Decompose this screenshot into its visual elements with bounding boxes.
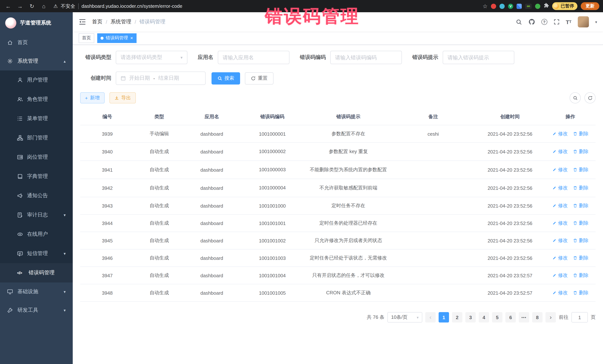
- bookmark-star-icon[interactable]: ☆: [483, 3, 487, 10]
- delete-link[interactable]: 删除: [573, 237, 589, 244]
- cell-id: 3943: [80, 197, 134, 215]
- fullscreen-icon[interactable]: [554, 19, 559, 25]
- edit-link[interactable]: 修改: [552, 237, 568, 244]
- export-button[interactable]: 导出: [109, 92, 136, 103]
- page-button-1[interactable]: 1: [439, 312, 449, 323]
- search-icon[interactable]: [516, 19, 522, 25]
- sidebar-item-audit-logs[interactable]: 审计日志 ▾: [0, 205, 73, 225]
- refresh-table-button[interactable]: [584, 92, 596, 103]
- start-date-placeholder: 开始日期: [129, 75, 150, 82]
- delete-link[interactable]: 删除: [573, 131, 589, 137]
- user-avatar[interactable]: [578, 16, 589, 27]
- delete-link[interactable]: 删除: [573, 290, 589, 296]
- tab-home[interactable]: 首页: [79, 33, 94, 43]
- delete-link[interactable]: 删除: [573, 203, 589, 209]
- browser-update-button[interactable]: 更新: [581, 2, 599, 10]
- cell-code: 1001000004: [240, 179, 305, 197]
- toggle-search-button[interactable]: [570, 92, 581, 103]
- sidebar-item-menus[interactable]: 菜单管理: [0, 109, 73, 128]
- sidebar-logo[interactable]: 芋道管理系统: [0, 12, 73, 33]
- app-name-input[interactable]: [218, 51, 290, 64]
- extension-icon-on-badge[interactable]: on: [525, 3, 532, 9]
- table-row: 3942 自动生成 dashboard 1001000004 不允许获取敏感配置…: [80, 179, 596, 197]
- delete-link[interactable]: 删除: [573, 220, 589, 227]
- font-size-icon[interactable]: TT: [566, 19, 571, 25]
- sidebar-item-dictionary[interactable]: 字典管理: [0, 167, 73, 186]
- date-range-picker[interactable]: 开始日期 - 结束日期: [116, 72, 206, 85]
- sidebar-item-posts[interactable]: 岗位管理: [0, 147, 73, 167]
- sidebar-item-sms[interactable]: 短信管理 ▾: [0, 244, 73, 263]
- sidebar-group-infrastructure[interactable]: 基础设施 ▾: [0, 282, 73, 301]
- address-bar[interactable]: ⚠ 不安全 dashboard.yudao.iocoder.cn/system/…: [51, 3, 480, 10]
- edit-link[interactable]: 修改: [552, 131, 568, 137]
- extensions-puzzle-icon[interactable]: [544, 3, 549, 9]
- extension-icon-red[interactable]: [491, 3, 496, 9]
- search-button[interactable]: 搜索: [211, 72, 240, 84]
- cell-hint: CRON 表达式不正确: [305, 284, 392, 302]
- delete-link[interactable]: 删除: [573, 255, 589, 262]
- github-icon[interactable]: [528, 19, 535, 25]
- browser-back-button[interactable]: ←: [4, 2, 13, 11]
- url-text[interactable]: dashboard.yudao.iocoder.cn/system/error-…: [81, 3, 182, 9]
- sidebar-item-home[interactable]: 首页: [0, 33, 73, 52]
- id-card-icon: [17, 154, 23, 160]
- error-code-input[interactable]: [330, 51, 402, 64]
- delete-link[interactable]: 删除: [573, 166, 589, 173]
- sidebar-item-roles[interactable]: 角色管理: [0, 90, 73, 109]
- filter-row-1: 错误码类型 请选择错误码类型 ▾ 应用名 错误码编码 错误码提示: [80, 51, 596, 64]
- error-hint-input[interactable]: [443, 51, 514, 64]
- sidebar-item-online-users[interactable]: 在线用户: [0, 225, 73, 244]
- extension-icon-green-leaf[interactable]: [535, 3, 540, 9]
- edit-link[interactable]: 修改: [552, 220, 568, 227]
- breadcrumb-current: 错误码管理: [139, 19, 165, 25]
- browser-forward-button[interactable]: →: [16, 2, 24, 11]
- edit-link[interactable]: 修改: [552, 272, 568, 279]
- page-button-2[interactable]: 2: [452, 312, 462, 323]
- home-icon: [7, 40, 13, 46]
- browser-reload-button[interactable]: ↻: [27, 2, 36, 11]
- page-button-8[interactable]: 8: [532, 312, 543, 323]
- more-pages-button[interactable]: •••: [519, 312, 529, 323]
- add-button[interactable]: + 新增: [80, 92, 104, 103]
- delete-link[interactable]: 删除: [573, 272, 589, 279]
- edit-link[interactable]: 修改: [552, 166, 568, 173]
- edit-link[interactable]: 修改: [552, 185, 568, 191]
- toolbar-right: [570, 92, 596, 103]
- reset-button[interactable]: 重置: [245, 72, 274, 84]
- edit-link[interactable]: 修改: [552, 203, 568, 209]
- sidebar-item-departments[interactable]: 部门管理: [0, 128, 73, 147]
- delete-link[interactable]: 删除: [573, 148, 589, 155]
- goto-page-input[interactable]: [571, 312, 588, 323]
- breadcrumb-system[interactable]: 系统管理: [111, 19, 131, 25]
- profile-paused-chip[interactable]: 已暂停: [552, 2, 577, 10]
- sidebar-fold-button[interactable]: [79, 18, 86, 26]
- breadcrumb-home[interactable]: 首页: [92, 19, 103, 25]
- extension-icon-teal-drop[interactable]: [499, 3, 505, 9]
- edit-link[interactable]: 修改: [552, 290, 568, 296]
- edit-link[interactable]: 修改: [552, 148, 568, 155]
- page-size-select[interactable]: 10条/页 ▾: [387, 312, 422, 323]
- sidebar-item-users[interactable]: 用户管理: [0, 70, 73, 90]
- page-button-5[interactable]: 5: [492, 312, 502, 323]
- next-page-button[interactable]: ›: [545, 312, 556, 323]
- delete-link[interactable]: 删除: [573, 185, 589, 191]
- error-type-select[interactable]: 请选择错误码类型 ▾: [116, 51, 187, 64]
- avatar-caret-icon[interactable]: ▾: [595, 20, 597, 24]
- tab-error-codes-active[interactable]: 错误码管理 ×: [97, 33, 136, 43]
- sidebar-group-dev-tools[interactable]: 研发工具 ▾: [0, 301, 73, 320]
- help-icon[interactable]: ?: [541, 19, 547, 25]
- sidebar-item-notices[interactable]: 通知公告: [0, 186, 73, 205]
- code-icon: </>: [17, 271, 24, 275]
- page-button-4[interactable]: 4: [479, 312, 489, 323]
- sidebar-group-system[interactable]: 系统管理 ▴: [0, 52, 73, 70]
- sidebar-item-error-codes[interactable]: </> 错误码管理: [0, 263, 73, 282]
- edit-link[interactable]: 修改: [552, 255, 568, 262]
- page-button-6[interactable]: 6: [505, 312, 516, 323]
- page-button-3[interactable]: 3: [465, 312, 476, 323]
- extension-icon-blue-grid[interactable]: [517, 3, 522, 9]
- extension-icon-green-v[interactable]: V: [508, 3, 513, 9]
- close-icon[interactable]: ×: [130, 36, 133, 40]
- browser-chrome: ← → ↻ ⌂ ⚠ 不安全 dashboard.yudao.iocoder.cn…: [0, 0, 603, 12]
- browser-home-button[interactable]: ⌂: [39, 2, 48, 11]
- prev-page-button[interactable]: ‹: [425, 312, 436, 323]
